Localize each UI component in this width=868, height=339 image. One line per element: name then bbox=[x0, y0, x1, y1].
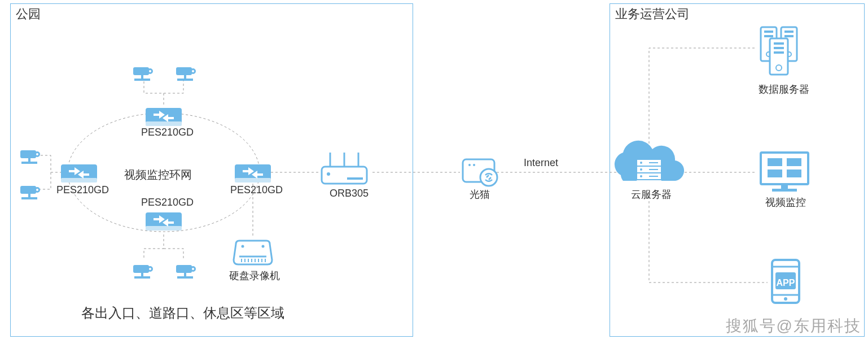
company-box bbox=[610, 3, 865, 337]
switch-left-label: PES210GD bbox=[56, 184, 109, 196]
router-label: ORB305 bbox=[330, 188, 369, 199]
network-diagram: 公园 业务运营公司 bbox=[0, 0, 868, 339]
modem-icon bbox=[463, 159, 497, 186]
cloud-label: 云服务器 bbox=[631, 188, 672, 201]
internet-label: Internet bbox=[524, 157, 558, 169]
area-desc-label: 各出入口、道路口、休息区等区域 bbox=[81, 304, 284, 322]
dataserver-label: 数据服务器 bbox=[759, 82, 809, 96]
switch-bottom-label: PES210GD bbox=[141, 197, 194, 208]
switch-right-label: PES210GD bbox=[230, 184, 283, 196]
watermark-text: 搜狐号@东用科技 bbox=[726, 315, 861, 337]
switch-top-label: PES210GD bbox=[141, 127, 194, 138]
park-box bbox=[10, 3, 413, 337]
nvr-label: 硬盘录像机 bbox=[229, 269, 280, 282]
videomonitor-label: 视频监控 bbox=[765, 195, 806, 209]
modem-label: 光猫 bbox=[470, 188, 490, 201]
ring-label: 视频监控环网 bbox=[124, 167, 192, 182]
park-title: 公园 bbox=[16, 6, 41, 23]
company-title: 业务运营公司 bbox=[615, 6, 690, 23]
